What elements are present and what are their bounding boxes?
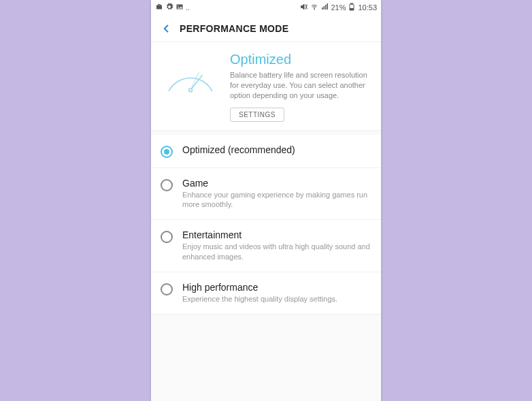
hero-title: Optimized bbox=[230, 52, 371, 67]
svg-rect-9 bbox=[350, 9, 354, 10]
hero-card: Optimized Balance battery life and scree… bbox=[151, 42, 381, 131]
clock-time: 10:53 bbox=[358, 3, 377, 12]
mute-icon bbox=[300, 3, 308, 12]
option-desc: Enjoy music and videos with ultra high q… bbox=[182, 242, 370, 262]
hero-description: Balance battery life and screen resoluti… bbox=[230, 70, 371, 101]
option-entertainment[interactable]: Entertainment Enjoy music and videos wit… bbox=[151, 220, 381, 272]
svg-rect-5 bbox=[325, 5, 327, 10]
option-game[interactable]: Game Enhance your gaming experience by m… bbox=[151, 168, 381, 221]
svg-rect-4 bbox=[324, 6, 325, 10]
options-list: Optimized (recommended) Game Enhance you… bbox=[151, 135, 381, 315]
option-title: Optimized (recommended) bbox=[182, 144, 370, 155]
radio-optimized[interactable] bbox=[161, 146, 173, 158]
gear-icon bbox=[165, 3, 173, 12]
back-button[interactable] bbox=[156, 19, 176, 38]
option-optimized[interactable]: Optimized (recommended) bbox=[151, 135, 381, 168]
option-desc: Enhance your gaming experience by making… bbox=[182, 190, 370, 210]
svg-point-1 bbox=[178, 5, 179, 7]
svg-rect-8 bbox=[351, 3, 353, 4]
option-title: Entertainment bbox=[182, 229, 370, 240]
briefcase-icon bbox=[155, 3, 163, 12]
wifi-icon bbox=[310, 3, 318, 12]
gauge-icon bbox=[161, 52, 220, 122]
option-high-performance[interactable]: High performance Experience the highest … bbox=[151, 272, 381, 315]
signal-icon bbox=[320, 3, 329, 12]
battery-icon bbox=[348, 3, 356, 12]
image-icon bbox=[176, 3, 184, 12]
radio-entertainment[interactable] bbox=[161, 231, 173, 243]
option-title: Game bbox=[182, 178, 370, 189]
svg-point-2 bbox=[314, 9, 315, 10]
svg-point-12 bbox=[189, 89, 193, 92]
option-desc: Experience the highest quality display s… bbox=[182, 294, 370, 304]
option-title: High performance bbox=[182, 282, 370, 293]
radio-high-performance[interactable] bbox=[161, 283, 173, 295]
more-indicator: .. bbox=[186, 4, 190, 12]
radio-game[interactable] bbox=[161, 179, 173, 191]
svg-rect-6 bbox=[327, 3, 329, 10]
app-header: PERFORMANCE MODE bbox=[151, 15, 381, 42]
status-bar: .. 21% 10:53 bbox=[151, 0, 381, 15]
page-title: PERFORMANCE MODE bbox=[180, 23, 288, 34]
phone-frame: .. 21% 10:53 PERFORMANCE MODE bbox=[151, 0, 381, 401]
status-left: .. bbox=[155, 3, 190, 12]
battery-pct: 21% bbox=[331, 3, 346, 12]
svg-rect-3 bbox=[322, 7, 323, 10]
status-right: 21% 10:53 bbox=[300, 3, 377, 12]
settings-button[interactable]: SETTINGS bbox=[230, 108, 284, 122]
